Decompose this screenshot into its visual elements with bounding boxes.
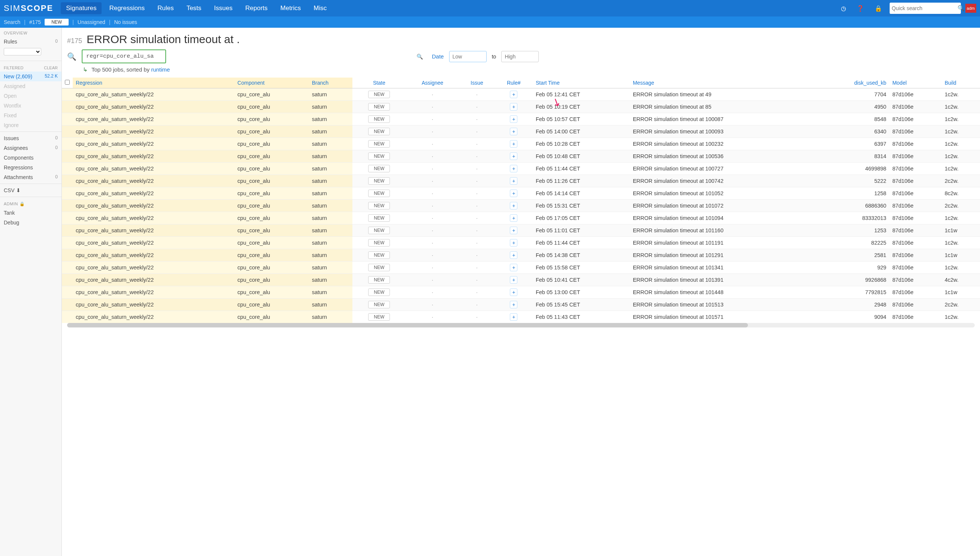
table-row[interactable]: cpu_core_alu_saturn_weekly/22cpu_core_al… (62, 200, 980, 212)
state-button[interactable]: NEW (368, 301, 390, 308)
table-row[interactable]: cpu_core_alu_saturn_weekly/22cpu_core_al… (62, 249, 980, 262)
col-issue[interactable]: Issue (459, 78, 494, 89)
lock-icon[interactable]: 🔒 (871, 5, 885, 12)
add-rule-button[interactable]: + (510, 227, 517, 234)
date-label[interactable]: Date (432, 53, 444, 60)
table-row[interactable]: cpu_core_alu_saturn_weekly/22cpu_core_al… (62, 138, 980, 150)
state-button[interactable]: NEW (368, 177, 390, 185)
state-button[interactable]: NEW (368, 251, 390, 259)
state-button[interactable]: NEW (368, 91, 390, 98)
col-rule-[interactable]: Rule# (495, 78, 533, 89)
state-button[interactable]: NEW (368, 288, 390, 296)
col-disk-used-kb[interactable]: disk_used_kb (816, 78, 889, 89)
table-row[interactable]: cpu_core_alu_saturn_weekly/22cpu_core_al… (62, 311, 980, 323)
horizontal-scrollbar[interactable] (67, 323, 975, 328)
sidebar-issues[interactable]: Issues0 (0, 133, 62, 143)
state-button[interactable]: NEW (368, 313, 390, 321)
add-rule-button[interactable]: + (510, 239, 517, 247)
breadcrumb-index[interactable]: #175 (29, 19, 41, 25)
table-row[interactable]: cpu_core_alu_saturn_weekly/22cpu_core_al… (62, 187, 980, 200)
table-row[interactable]: cpu_core_alu_saturn_weekly/22cpu_core_al… (62, 225, 980, 237)
add-rule-button[interactable]: + (510, 103, 517, 110)
sidebar-csv[interactable]: CSV ⬇ (0, 186, 62, 195)
sort-link[interactable]: runtime (151, 66, 170, 73)
sidebar-state-assigned[interactable]: Assigned (0, 81, 62, 91)
date-high-input[interactable] (501, 51, 539, 62)
add-rule-button[interactable]: + (510, 177, 517, 185)
state-button[interactable]: NEW (368, 202, 390, 209)
add-rule-button[interactable]: + (510, 152, 517, 160)
nav-regressions[interactable]: Regressions (104, 2, 150, 14)
table-row[interactable]: cpu_core_alu_saturn_weekly/22cpu_core_al… (62, 126, 980, 138)
nav-tests[interactable]: Tests (181, 2, 207, 14)
table-row[interactable]: cpu_core_alu_saturn_weekly/22cpu_core_al… (62, 113, 980, 126)
sidebar-admin-tank[interactable]: Tank (0, 208, 62, 218)
table-row[interactable]: cpu_core_alu_saturn_weekly/22cpu_core_al… (62, 150, 980, 163)
admin-badge[interactable]: adm (965, 4, 976, 13)
state-button[interactable]: NEW (368, 264, 390, 271)
sidebar-state-fixed[interactable]: Fixed (0, 110, 62, 120)
add-rule-button[interactable]: + (510, 214, 517, 222)
quick-search[interactable]: 🔍 (890, 3, 961, 14)
select-all-checkbox[interactable] (65, 80, 70, 85)
add-rule-button[interactable]: + (510, 189, 517, 197)
breadcrumb-noissues[interactable]: No issues (114, 19, 137, 25)
sidebar-state-open[interactable]: Open (0, 91, 62, 101)
add-rule-button[interactable]: + (510, 301, 517, 308)
add-rule-button[interactable]: + (510, 115, 517, 123)
nav-rules[interactable]: Rules (152, 2, 179, 14)
table-row[interactable]: cpu_core_alu_saturn_weekly/22cpu_core_al… (62, 101, 980, 113)
add-rule-button[interactable]: + (510, 276, 517, 284)
sidebar-clear[interactable]: CLEAR (44, 66, 58, 70)
col-state[interactable]: State (352, 78, 406, 89)
table-row[interactable]: cpu_core_alu_saturn_weekly/22cpu_core_al… (62, 163, 980, 175)
date-low-input[interactable] (449, 51, 487, 62)
add-rule-button[interactable]: + (510, 165, 517, 172)
state-button[interactable]: NEW (368, 103, 390, 110)
sidebar-rules[interactable]: Rules0 (0, 37, 62, 47)
table-row[interactable]: cpu_core_alu_saturn_weekly/22cpu_core_al… (62, 237, 980, 249)
col-start-time[interactable]: Start Time (533, 78, 630, 89)
col-component[interactable]: Component (234, 78, 309, 89)
sidebar-assignees[interactable]: Assignees0 (0, 143, 62, 153)
col-message[interactable]: Message (630, 78, 816, 89)
logo[interactable]: SIMSCOPE (4, 3, 53, 13)
sidebar-state-wontfix[interactable]: Wontfix (0, 101, 62, 110)
add-rule-button[interactable]: + (510, 128, 517, 135)
table-row[interactable]: cpu_core_alu_saturn_weekly/22cpu_core_al… (62, 262, 980, 274)
nav-reports[interactable]: Reports (240, 2, 273, 14)
state-button[interactable]: NEW (368, 165, 390, 172)
search-icon[interactable]: 🔍 (416, 53, 423, 60)
state-button[interactable]: NEW (368, 152, 390, 160)
sidebar-admin-debug[interactable]: Debug (0, 218, 62, 228)
state-button[interactable]: NEW (368, 189, 390, 197)
add-rule-button[interactable]: + (510, 313, 517, 321)
state-button[interactable]: NEW (368, 128, 390, 135)
state-button[interactable]: NEW (368, 276, 390, 284)
search-icon[interactable]: 🔍 (67, 52, 76, 61)
state-button[interactable]: NEW (368, 239, 390, 247)
state-button[interactable]: NEW (368, 214, 390, 222)
col-build[interactable]: Build (942, 78, 980, 89)
col-regression[interactable]: Regression (73, 78, 234, 89)
table-row[interactable]: cpu_core_alu_saturn_weekly/22cpu_core_al… (62, 286, 980, 299)
quick-search-input[interactable] (892, 5, 957, 11)
state-button[interactable]: NEW (368, 140, 390, 148)
nav-signatures[interactable]: Signatures (61, 2, 102, 14)
state-button[interactable]: NEW (368, 227, 390, 234)
table-row[interactable]: cpu_core_alu_saturn_weekly/22cpu_core_al… (62, 274, 980, 286)
query-input[interactable] (82, 50, 166, 63)
add-rule-button[interactable]: + (510, 264, 517, 271)
nav-misc[interactable]: Misc (309, 2, 332, 14)
rules-select[interactable] (4, 48, 41, 55)
breadcrumb-unassigned[interactable]: Unassigned (78, 19, 105, 25)
col-assignee[interactable]: Assignee (406, 78, 459, 89)
sidebar-attachments[interactable]: Attachments0 (0, 172, 62, 182)
add-rule-button[interactable]: + (510, 251, 517, 259)
add-rule-button[interactable]: + (510, 202, 517, 209)
nav-issues[interactable]: Issues (209, 2, 238, 14)
table-row[interactable]: cpu_core_alu_saturn_weekly/22cpu_core_al… (62, 299, 980, 311)
col-model[interactable]: Model (889, 78, 942, 89)
sidebar-state-new[interactable]: New (2,609)52.2 K (0, 71, 62, 81)
sidebar-state-ignore[interactable]: Ignore (0, 120, 62, 130)
